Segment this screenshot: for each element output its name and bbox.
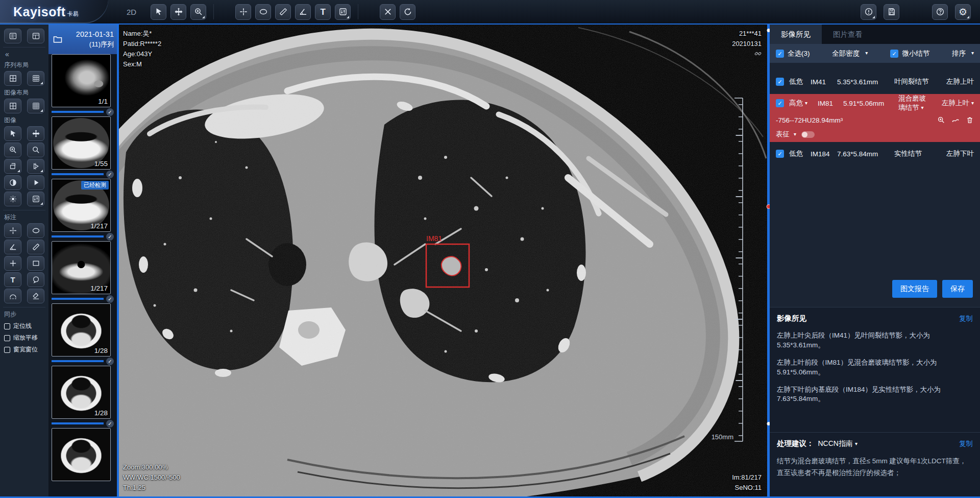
brightness-button[interactable] bbox=[4, 192, 21, 206]
pan-tool-button[interactable] bbox=[27, 126, 44, 141]
reset-view-button[interactable] bbox=[400, 4, 415, 20]
cursor-tool-button[interactable] bbox=[151, 4, 166, 20]
ct-image[interactable]: IM81 150mm bbox=[119, 25, 770, 498]
series-layout-2x2-button[interactable] bbox=[4, 71, 21, 86]
feature-toggle[interactable] bbox=[801, 131, 815, 138]
tab-image-view[interactable]: 图片查看 bbox=[822, 25, 874, 44]
measure-annotate-button[interactable] bbox=[27, 240, 44, 254]
window-level-button[interactable] bbox=[27, 192, 44, 206]
series-checked-icon[interactable] bbox=[106, 295, 114, 303]
checkbox-unchecked[interactable] bbox=[4, 347, 10, 353]
delete-annotation-button[interactable] bbox=[380, 4, 396, 20]
series-list-panel-button[interactable] bbox=[4, 29, 21, 43]
thumbnail-image[interactable]: 1/1 bbox=[52, 54, 111, 107]
point-annotate-button[interactable] bbox=[4, 256, 21, 271]
nodule-checkbox[interactable] bbox=[776, 99, 784, 107]
rectangle-annotate-button[interactable] bbox=[27, 256, 44, 271]
invert-contrast-button[interactable] bbox=[4, 175, 21, 190]
series-thumbnail[interactable]: 1/28 bbox=[52, 303, 114, 366]
contour-edit-icon[interactable] bbox=[951, 116, 960, 124]
text-tool-button[interactable]: T bbox=[315, 4, 331, 20]
series-panel-header[interactable]: 2021-01-31 (11)序列 bbox=[48, 25, 119, 54]
nodule-location-dropdown[interactable]: 左肺上叶 bbox=[927, 99, 974, 108]
select-all-option[interactable]: 全选(3) bbox=[776, 49, 810, 58]
flip-image-button[interactable] bbox=[27, 159, 44, 174]
image-layout-3x3-button[interactable] bbox=[27, 99, 44, 113]
thumbnail-image[interactable] bbox=[52, 428, 111, 481]
nodule-risk-dropdown[interactable]: 高危 bbox=[789, 99, 818, 108]
help-button[interactable] bbox=[932, 4, 948, 20]
zoom-in-tool-button[interactable] bbox=[4, 143, 21, 157]
angle-annotate-button[interactable] bbox=[4, 240, 21, 254]
report-button[interactable]: 图文报告 bbox=[892, 280, 937, 298]
checkbox-unchecked[interactable] bbox=[4, 323, 10, 329]
trash-icon[interactable] bbox=[966, 116, 974, 124]
nodule-type-dropdown[interactable]: 混合磨玻璃结节 bbox=[898, 94, 927, 112]
locate-zoom-icon[interactable] bbox=[937, 116, 945, 124]
thumbnail-image[interactable]: 1/217 bbox=[52, 241, 111, 294]
series-checked-icon[interactable] bbox=[106, 358, 114, 365]
sort-dropdown[interactable]: 排序 bbox=[952, 49, 974, 58]
copy-recommendation-link[interactable]: 复制 bbox=[959, 439, 973, 448]
nodule-checkbox[interactable] bbox=[776, 150, 784, 158]
series-thumbnail[interactable]: 1/1 bbox=[52, 54, 114, 116]
nodule-row-im41[interactable]: 低危 IM41 5.35*3.61mm 叶间裂结节 左肺上叶 bbox=[770, 72, 980, 92]
series-checked-icon[interactable] bbox=[106, 233, 114, 241]
eraser-button[interactable] bbox=[27, 289, 44, 303]
series-thumbnail[interactable] bbox=[52, 428, 114, 481]
thumbnail-image[interactable]: 1/28 bbox=[52, 303, 111, 357]
series-layout-3x3-button[interactable] bbox=[27, 71, 44, 86]
copy-findings-link[interactable]: 复制 bbox=[959, 314, 973, 323]
settings-button[interactable]: ⚙ bbox=[955, 4, 971, 20]
thumbnail-image[interactable]: 已经检测 1/217 bbox=[52, 179, 111, 232]
nodule-row-im184[interactable]: 低危 IM184 7.63*5.84mm 实性结节 左肺下叶 bbox=[770, 144, 980, 164]
ellipse-annotate-button[interactable] bbox=[27, 223, 44, 238]
sync-window-option[interactable]: 窗宽窗位 bbox=[4, 345, 44, 354]
checkbox-checked[interactable] bbox=[776, 50, 784, 58]
micro-nodule-option[interactable]: 微小结节 bbox=[890, 49, 929, 58]
comment-annotate-button[interactable] bbox=[27, 272, 44, 287]
thumbnail-image[interactable]: 1/55 bbox=[52, 116, 111, 170]
ct-viewport[interactable]: IM81 150mm Name:吴* Patid:R*****2 Age:043… bbox=[119, 25, 770, 498]
alert-button[interactable] bbox=[861, 4, 876, 20]
series-thumbnail[interactable]: 1/217 bbox=[52, 241, 114, 303]
nodule-checkbox[interactable] bbox=[776, 78, 784, 86]
pan-tool-button[interactable] bbox=[170, 4, 186, 20]
slider-position-marker[interactable] bbox=[766, 204, 770, 209]
cine-play-button[interactable] bbox=[27, 175, 44, 190]
angle-tool-button[interactable] bbox=[295, 4, 311, 20]
save-button[interactable]: 保存 bbox=[942, 280, 973, 298]
curve-annotate-button[interactable] bbox=[4, 289, 21, 303]
density-dropdown[interactable]: 全部密度 bbox=[832, 49, 868, 58]
feature-dropdown[interactable]: 表征 bbox=[776, 130, 790, 139]
magnify-tool-button[interactable] bbox=[27, 143, 44, 157]
series-checked-icon[interactable] bbox=[106, 108, 114, 116]
report-panel-button[interactable] bbox=[27, 29, 44, 43]
series-thumbnail-active[interactable]: 已经检测 1/217 bbox=[52, 179, 114, 241]
window-level-tool-button[interactable] bbox=[335, 4, 351, 20]
cursor-tool-button[interactable] bbox=[4, 126, 21, 141]
image-layout-2x2-button[interactable] bbox=[4, 99, 21, 113]
checkbox-checked[interactable] bbox=[890, 50, 898, 58]
slice-slider[interactable] bbox=[767, 25, 770, 498]
measure-tool-button[interactable] bbox=[275, 4, 291, 20]
collapse-sidebar-button[interactable]: « bbox=[5, 50, 44, 58]
series-thumbnail[interactable]: 1/28 bbox=[52, 366, 114, 428]
ellipse-tool-button[interactable] bbox=[255, 4, 271, 20]
series-checked-icon[interactable] bbox=[106, 171, 114, 178]
save-image-button[interactable] bbox=[884, 4, 899, 20]
series-thumbnail[interactable]: 1/55 bbox=[52, 116, 114, 179]
slider-bottom-dot[interactable] bbox=[767, 422, 770, 425]
thumbnail-image[interactable]: 1/28 bbox=[52, 366, 111, 419]
crosshair-annotate-button[interactable] bbox=[4, 223, 21, 238]
link-icon[interactable] bbox=[754, 50, 762, 57]
checkbox-unchecked[interactable] bbox=[4, 335, 10, 341]
series-scrollbar[interactable] bbox=[117, 25, 119, 498]
slider-top-dot[interactable] bbox=[767, 29, 770, 32]
rotate-image-button[interactable] bbox=[4, 159, 21, 174]
nodule-row-im81-selected[interactable]: 高危 IM81 5.91*5.06mm 混合磨玻璃结节 左肺上叶 -756--7… bbox=[770, 94, 980, 142]
series-checked-icon[interactable] bbox=[106, 420, 114, 428]
tab-image-findings[interactable]: 影像所见 bbox=[770, 25, 822, 44]
text-annotate-button[interactable]: T bbox=[4, 272, 21, 287]
sync-zoom-pan-option[interactable]: 缩放平移 bbox=[4, 334, 44, 342]
